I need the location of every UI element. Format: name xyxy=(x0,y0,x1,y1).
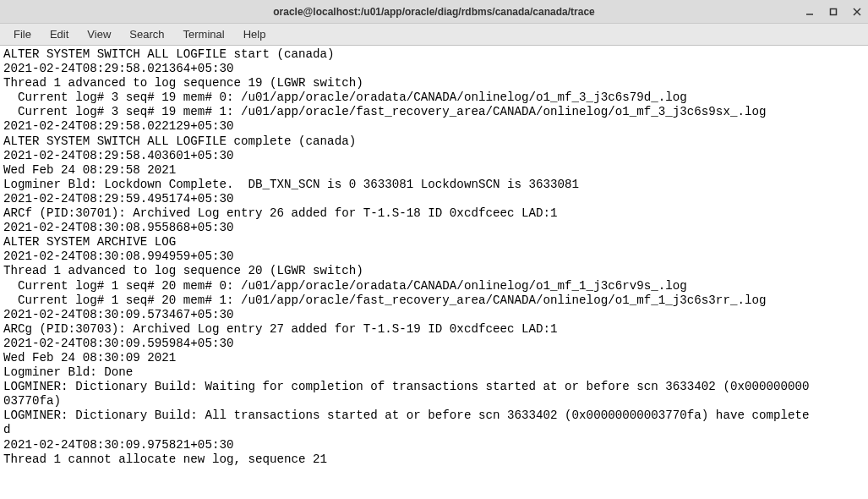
window-title: oracle@localhost:/u01/app/oracle/diag/rd… xyxy=(273,6,595,18)
window-controls xyxy=(804,0,863,24)
menu-file[interactable]: File xyxy=(5,25,40,43)
titlebar: oracle@localhost:/u01/app/oracle/diag/rd… xyxy=(0,0,868,24)
menu-view[interactable]: View xyxy=(79,25,119,43)
terminal-window: oracle@localhost:/u01/app/oracle/diag/rd… xyxy=(0,0,868,499)
menu-edit[interactable]: Edit xyxy=(41,25,77,43)
menu-search[interactable]: Search xyxy=(121,25,172,43)
close-icon[interactable] xyxy=(851,6,863,18)
terminal-output[interactable]: ALTER SYSTEM SWITCH ALL LOGFILE start (c… xyxy=(0,46,868,499)
maximize-icon[interactable] xyxy=(827,6,839,18)
menu-terminal[interactable]: Terminal xyxy=(175,25,233,43)
menubar: File Edit View Search Terminal Help xyxy=(0,24,868,46)
menu-help[interactable]: Help xyxy=(235,25,275,43)
minimize-icon[interactable] xyxy=(804,6,816,18)
svg-rect-1 xyxy=(831,9,837,15)
